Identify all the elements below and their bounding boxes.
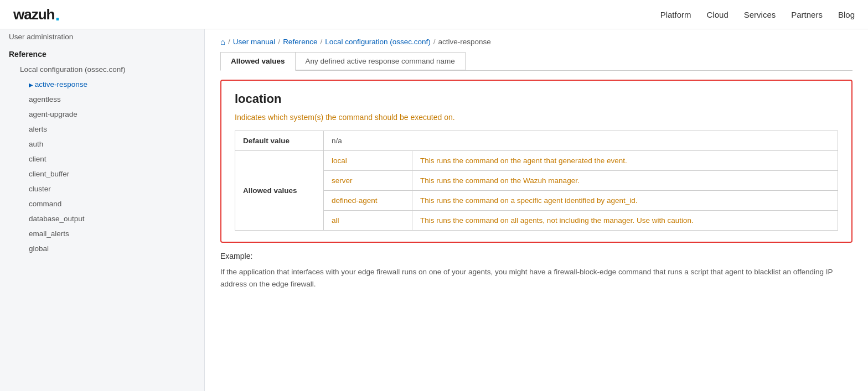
sidebar-item-database-output[interactable]: database_output <box>0 211 204 226</box>
nav-platform[interactable]: Platform <box>660 10 691 19</box>
table-row-default: Default value n/a <box>235 131 838 151</box>
breadcrumb-sep-0: / <box>228 38 230 46</box>
allowed-values-label: Allowed values <box>235 151 324 231</box>
sidebar-item-client-buffer[interactable]: client_buffer <box>0 166 204 181</box>
sidebar-item-local-configuration[interactable]: Local configuration (ossec.conf) <box>0 62 204 77</box>
sidebar-item-alerts[interactable]: alerts <box>0 122 204 137</box>
allowed-key-server: server <box>324 171 412 191</box>
breadcrumb-reference[interactable]: Reference <box>283 38 317 46</box>
nav-cloud[interactable]: Cloud <box>707 10 728 19</box>
example-title: Example: <box>220 252 852 260</box>
header: wazuh. Platform Cloud Services Partners … <box>0 0 868 29</box>
breadcrumb: ⌂ / User manual / Reference / Local conf… <box>220 29 852 52</box>
sidebar-item-auth[interactable]: auth <box>0 137 204 152</box>
tab-allowed-values[interactable]: Allowed values <box>220 52 296 71</box>
default-label: Default value <box>235 131 324 151</box>
layout: User administration Reference Local conf… <box>0 29 868 391</box>
sidebar-item-global[interactable]: global <box>0 241 204 256</box>
sidebar-item-agent-upgrade[interactable]: agent-upgrade <box>0 107 204 122</box>
allowed-desc-defined-agent: This runs the command on a specific agen… <box>412 191 838 211</box>
sidebar-item-client[interactable]: client <box>0 152 204 166</box>
main-nav: Platform Cloud Services Partners Blog <box>660 10 855 19</box>
sidebar-item-user-administration[interactable]: User administration <box>0 29 204 44</box>
logo: wazuh. <box>13 6 59 23</box>
table-row-server: server This runs the command on the Wazu… <box>235 171 838 191</box>
breadcrumb-current: active-response <box>438 38 491 46</box>
breadcrumb-local-config[interactable]: Local configuration (ossec.conf) <box>325 38 431 46</box>
nav-blog[interactable]: Blog <box>838 10 855 19</box>
allowed-desc-server: This runs the command on the Wazuh manag… <box>412 171 838 191</box>
breadcrumb-sep-3: / <box>433 38 436 46</box>
tabs-bar: Allowed values Any defined active respon… <box>220 52 852 71</box>
nav-services[interactable]: Services <box>744 10 776 19</box>
table-row-all: all This runs the command on all agents,… <box>235 211 838 231</box>
section-description: Indicates which system(s) the command sh… <box>235 113 838 122</box>
sidebar-section-reference: Reference <box>0 44 204 62</box>
table-row-defined-agent: defined-agent This runs the command on a… <box>235 191 838 211</box>
sidebar-item-email-alerts[interactable]: email_alerts <box>0 226 204 241</box>
logo-text: wazuh <box>13 6 54 23</box>
example-text: If the application that interfaces with … <box>220 266 852 290</box>
sidebar-item-cluster[interactable]: cluster <box>0 181 204 196</box>
breadcrumb-sep-2: / <box>320 38 322 46</box>
sidebar-item-command[interactable]: command <box>0 196 204 211</box>
reference-table: Default value n/a Allowed values local T… <box>235 131 838 231</box>
nav-partners[interactable]: Partners <box>791 10 823 19</box>
home-icon[interactable]: ⌂ <box>220 37 225 46</box>
breadcrumb-user-manual[interactable]: User manual <box>233 38 276 46</box>
table-row-local: Allowed values local This runs the comma… <box>235 151 838 171</box>
breadcrumb-sep-1: / <box>278 38 280 46</box>
main-content: ⌂ / User manual / Reference / Local conf… <box>205 29 868 391</box>
content-section: location Indicates which system(s) the c… <box>220 80 852 243</box>
tab-allowed-values-content: Any defined active response command name <box>296 52 466 70</box>
allowed-key-local: local <box>324 151 412 171</box>
logo-dot: . <box>55 6 59 23</box>
allowed-key-all: all <box>324 211 412 231</box>
default-value: n/a <box>324 131 838 151</box>
sidebar-item-agentless[interactable]: agentless <box>0 92 204 107</box>
sidebar-item-active-response[interactable]: active-response <box>0 77 204 92</box>
allowed-desc-all: This runs the command on all agents, not… <box>412 211 838 231</box>
section-title: location <box>235 92 838 106</box>
allowed-desc-local: This runs the command on the agent that … <box>412 151 838 171</box>
sidebar: User administration Reference Local conf… <box>0 29 205 391</box>
allowed-key-defined-agent: defined-agent <box>324 191 412 211</box>
